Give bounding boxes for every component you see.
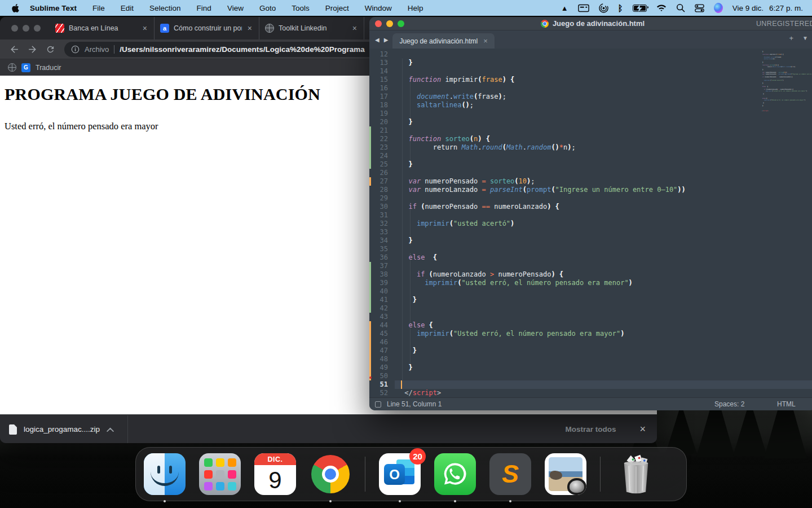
- close-window-button[interactable]: [11, 25, 18, 32]
- tab-close-icon[interactable]: ×: [351, 24, 358, 33]
- dock-sublime-text[interactable]: S: [489, 453, 531, 495]
- line-number: 18: [369, 101, 395, 110]
- window-controls-inactive[interactable]: [11, 25, 41, 32]
- wifi-icon[interactable]: [656, 3, 667, 13]
- info-icon[interactable]: [71, 45, 80, 54]
- editor-tab[interactable]: Juego de adivinación.html ×: [392, 33, 494, 49]
- date-label: Vie 9 dic.: [732, 4, 764, 12]
- sublime-tab-bar: ◀ ▶ Juego de adivinación.html × + ▼: [369, 30, 812, 49]
- code-line-45: 45 imprimir("Usted erró, el número pensa…: [369, 330, 812, 338]
- bookmark-translate-label[interactable]: Traducir: [36, 64, 61, 72]
- line-text: [395, 169, 400, 177]
- tab-scroll-right-icon[interactable]: ▶: [384, 37, 389, 43]
- new-tab-icon[interactable]: +: [789, 34, 794, 42]
- line-number: 40: [369, 287, 395, 296]
- code-line-28: 28 var numeroLanzado = parseInt(prompt("…: [369, 186, 812, 194]
- show-all-downloads-button[interactable]: Mostrar todos: [565, 425, 616, 433]
- dock-trash[interactable]: [614, 453, 658, 495]
- dock-calendar[interactable]: DIC. 9: [254, 453, 296, 495]
- menu-file[interactable]: File: [92, 4, 105, 12]
- tab-overflow-icon[interactable]: ▼: [802, 34, 808, 42]
- line-text: function sorteo(n) {: [395, 135, 490, 143]
- syntax-mode[interactable]: HTML: [777, 400, 796, 408]
- dock-launchpad[interactable]: [199, 453, 241, 495]
- code-line-44: 44 else {: [369, 321, 812, 330]
- download-item[interactable]: logica_progamac....zip: [9, 424, 123, 435]
- panel-toggle-icon[interactable]: [375, 401, 381, 408]
- spotlight-icon[interactable]: [676, 3, 685, 13]
- line-text: [395, 152, 400, 160]
- forward-icon[interactable]: [25, 42, 39, 56]
- line-text: [395, 194, 400, 203]
- dock-chrome[interactable]: [310, 453, 351, 495]
- tab-close-icon[interactable]: ×: [142, 24, 148, 33]
- back-icon[interactable]: [7, 42, 21, 56]
- menu-help[interactable]: Help: [408, 4, 423, 12]
- line-number: 34: [369, 237, 395, 245]
- zoom-window-button[interactable]: [34, 25, 41, 32]
- bookmark-globe-icon[interactable]: [8, 63, 16, 72]
- code-editor[interactable]: 1213 }1415 function imprimir(frase) {161…: [369, 49, 812, 398]
- tab-title: Cómo construir un por: [174, 24, 242, 32]
- tab-scroll-left-icon[interactable]: ◀: [375, 37, 379, 43]
- minimap[interactable]: } function imprimir(frase) { document.wr…: [761, 50, 812, 117]
- calendar-icon: DIC. 9: [254, 453, 296, 495]
- code-line-13: 13 }: [369, 59, 812, 67]
- line-number: 12: [369, 50, 395, 59]
- apple-menu-icon[interactable]: [11, 3, 20, 13]
- bluetooth-icon[interactable]: ᛒ: [618, 3, 623, 13]
- line-number: 49: [369, 364, 395, 372]
- dock-outlook[interactable]: 20 O: [379, 453, 421, 495]
- dock-whatsapp[interactable]: [434, 453, 476, 495]
- reload-icon[interactable]: [43, 42, 58, 56]
- menu-window[interactable]: Window: [365, 4, 392, 12]
- display-card-icon[interactable]: [578, 3, 589, 13]
- dock-preview[interactable]: [545, 453, 586, 495]
- battery-icon[interactable]: [633, 3, 647, 13]
- active-app-name[interactable]: Sublime Text: [30, 4, 77, 12]
- running-indicator: [399, 500, 401, 502]
- time-label: 6:27 p. m.: [769, 4, 803, 12]
- menu-project[interactable]: Project: [325, 4, 349, 12]
- menu-edit[interactable]: Edit: [121, 4, 134, 12]
- minimize-window-button[interactable]: [23, 25, 29, 32]
- browser-tab-2[interactable]: aCómo construir un por×: [155, 17, 259, 40]
- browser-tab-1[interactable]: Banca en Línea×: [50, 17, 155, 40]
- line-number: 41: [369, 296, 395, 304]
- app-triangle-icon[interactable]: ▲: [561, 3, 568, 13]
- running-indicator: [329, 500, 332, 502]
- line-number: 36: [369, 253, 395, 262]
- line-number: 23: [369, 143, 395, 152]
- code-line-43: 43: [369, 313, 812, 321]
- line-text: [395, 84, 400, 93]
- menu-bar: Sublime Text FileEditSelectionFindViewGo…: [0, 0, 812, 16]
- menu-selection[interactable]: Selection: [149, 4, 181, 12]
- code-line-32: 32 imprimir("usted acertó"): [369, 220, 812, 228]
- preview-icon: [545, 453, 586, 495]
- line-text: document.write(frase);: [395, 93, 506, 101]
- address-divider: [114, 45, 114, 54]
- editor-tab-title: Juego de adivinación.html: [399, 37, 478, 45]
- code-line-35: 35: [369, 245, 812, 253]
- chevron-up-icon[interactable]: [107, 427, 114, 432]
- translate-icon[interactable]: G: [21, 63, 30, 72]
- menu-find[interactable]: Find: [197, 4, 211, 12]
- close-downloads-icon[interactable]: ×: [639, 423, 646, 435]
- code-line-12: 12: [369, 50, 812, 59]
- menu-bar-clock[interactable]: Vie 9 dic. 6:27 p. m.: [732, 4, 803, 12]
- control-center-icon[interactable]: [695, 3, 704, 13]
- indentation-setting[interactable]: Spaces: 2: [714, 400, 744, 408]
- line-text: }: [395, 364, 413, 372]
- tab-close-icon[interactable]: ×: [246, 24, 253, 33]
- siri-icon[interactable]: [714, 3, 723, 13]
- line-number: 28: [369, 186, 395, 194]
- menu-view[interactable]: View: [227, 4, 244, 12]
- menu-goto[interactable]: Goto: [259, 4, 276, 12]
- sublime-title-bar[interactable]: Juego de adivinación.html UNREGISTERED: [369, 17, 812, 30]
- hotspot-icon[interactable]: [599, 3, 608, 13]
- menu-tools[interactable]: Tools: [292, 4, 310, 12]
- tab-close-icon[interactable]: ×: [483, 37, 488, 45]
- browser-tab-3[interactable]: Toolkit Linkedin×: [259, 17, 364, 40]
- line-text: [395, 262, 400, 270]
- dock-finder[interactable]: [144, 453, 186, 495]
